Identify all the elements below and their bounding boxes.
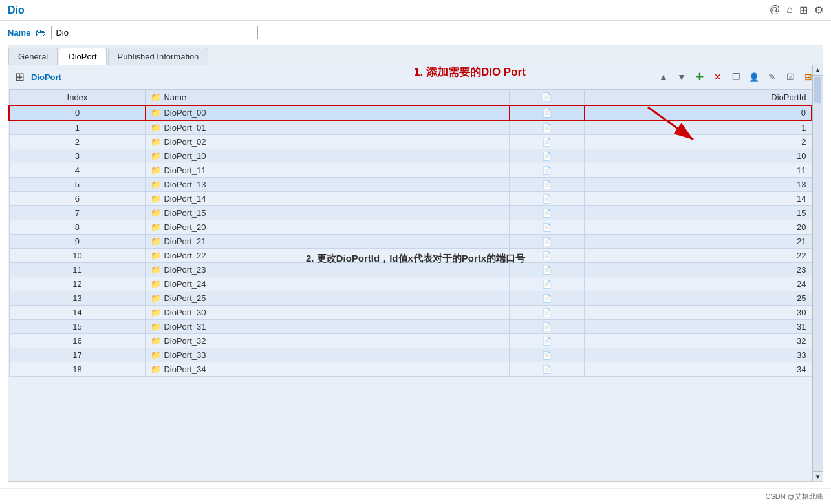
col-header-icon: 📄 xyxy=(509,90,584,106)
name-label: Name xyxy=(8,28,30,37)
table-row[interactable]: 12📁DioPort_24📄24 xyxy=(9,277,812,291)
cell-portid: 24 xyxy=(584,277,812,291)
user-button[interactable]: 👤 xyxy=(746,69,762,85)
copy-button[interactable]: ❐ xyxy=(728,69,744,85)
table-body: 0📁DioPort_00📄01📁DioPort_01📄12📁DioPort_02… xyxy=(9,105,812,377)
doc-icon: 📄 xyxy=(542,109,552,118)
add-button[interactable]: + xyxy=(692,69,707,85)
move-up-button[interactable]: ▲ xyxy=(656,69,671,85)
table-header-row: Index 📁Name 📄 DioPortId xyxy=(9,90,812,106)
doc-icon: 📄 xyxy=(542,337,552,346)
table-row[interactable]: 3📁DioPort_10📄10 xyxy=(9,149,812,163)
table-row[interactable]: 16📁DioPort_32📄32 xyxy=(9,334,812,348)
edit-button[interactable]: ✎ xyxy=(764,69,780,85)
cell-icon: 📄 xyxy=(509,105,584,120)
doc-icon: 📄 xyxy=(542,194,552,204)
folder-icon: 📁 xyxy=(151,137,161,147)
scroll-thumb[interactable] xyxy=(814,77,821,103)
main-content: General DioPort Published Information xyxy=(0,45,831,488)
cell-index: 12 xyxy=(9,277,146,291)
doc-icon: 📄 xyxy=(542,152,552,161)
cell-portid: 13 xyxy=(584,178,812,192)
table-row[interactable]: 17📁DioPort_33📄33 xyxy=(9,348,812,362)
table-row[interactable]: 0📁DioPort_00📄0 xyxy=(9,105,812,120)
cell-index: 15 xyxy=(9,320,146,334)
table-row[interactable]: 18📁DioPort_34📄34 xyxy=(9,362,812,377)
cell-index: 6 xyxy=(9,192,146,206)
cell-index: 8 xyxy=(9,220,146,235)
cell-icon: 📄 xyxy=(509,291,584,306)
cell-portid: 33 xyxy=(584,348,812,362)
scrollbar[interactable]: ▲ ▼ xyxy=(812,65,823,481)
folder-icon: 📁 xyxy=(151,279,161,289)
cell-index: 3 xyxy=(9,149,146,163)
settings-icon[interactable]: ⚙ xyxy=(814,4,823,16)
cell-index: 9 xyxy=(9,235,146,249)
cell-icon: 📄 xyxy=(509,163,584,178)
folder-icon: 📁 xyxy=(151,108,161,118)
cell-name: 📁DioPort_01 xyxy=(146,120,509,135)
cell-name: 📁DioPort_13 xyxy=(146,178,509,192)
cell-name: 📁DioPort_31 xyxy=(146,320,509,334)
tab-container: General DioPort Published Information xyxy=(8,45,823,482)
cell-icon: 📄 xyxy=(509,178,584,192)
name-input[interactable] xyxy=(51,26,258,39)
toolbar-icon-area: ▲ ▼ + ✕ ❐ 👤 ✎ ☑ ⊞ xyxy=(656,69,816,85)
table-wrapper: Index 📁Name 📄 DioPortId 0 xyxy=(8,89,823,481)
cell-icon: 📄 xyxy=(509,192,584,206)
cell-portid: 25 xyxy=(584,291,812,306)
doc-icon: 📄 xyxy=(542,351,552,360)
table-row[interactable]: 1📁DioPort_01📄1 xyxy=(9,120,812,135)
scroll-down-button[interactable]: ▼ xyxy=(813,471,823,481)
delete-button[interactable]: ✕ xyxy=(710,69,726,85)
grid-icon[interactable]: ⊞ xyxy=(799,4,808,16)
tab-published-information[interactable]: Published Information xyxy=(108,48,209,65)
table-row[interactable]: 4📁DioPort_11📄11 xyxy=(9,163,812,178)
folder-icon: 📁 xyxy=(151,364,161,374)
tab-dioport[interactable]: DioPort xyxy=(59,48,106,65)
cell-name: 📁DioPort_20 xyxy=(146,220,509,235)
cell-index: 18 xyxy=(9,362,146,377)
header: Dio @ ⌂ ⊞ ⚙ xyxy=(0,0,831,21)
table-row[interactable]: 6📁DioPort_14📄14 xyxy=(9,192,812,206)
at-icon[interactable]: @ xyxy=(770,4,780,16)
cell-name: 📁DioPort_14 xyxy=(146,192,509,206)
move-down-button[interactable]: ▼ xyxy=(674,69,689,85)
cell-icon: 📄 xyxy=(509,120,584,135)
doc-icon: 📄 xyxy=(542,251,552,260)
home-icon[interactable]: ⌂ xyxy=(786,4,793,16)
folder-icon: 📁 xyxy=(151,208,161,218)
table-row[interactable]: 9📁DioPort_21📄21 xyxy=(9,235,812,249)
table-row[interactable]: 15📁DioPort_31📄31 xyxy=(9,320,812,334)
table-row[interactable]: 8📁DioPort_20📄20 xyxy=(9,220,812,235)
table-row[interactable]: 2📁DioPort_02📄2 xyxy=(9,135,812,149)
doc-icon: 📄 xyxy=(542,322,552,331)
cell-name: 📁DioPort_11 xyxy=(146,163,509,178)
name-folder-icon: 🗁 xyxy=(36,27,46,39)
cell-index: 1 xyxy=(9,120,146,135)
table-row[interactable]: 14📁DioPort_30📄30 xyxy=(9,306,812,320)
toolbar-label: DioPort xyxy=(31,72,61,82)
cell-portid: 15 xyxy=(584,206,812,220)
tab-content: ⊞ DioPort ▲ ▼ + ✕ ❐ 👤 ✎ ☑ ⊞ xyxy=(8,65,823,481)
table-row[interactable]: 7📁DioPort_15📄15 xyxy=(9,206,812,220)
scroll-up-button[interactable]: ▲ xyxy=(813,65,823,76)
tab-general[interactable]: General xyxy=(8,48,58,65)
annotation-1: 1. 添加需要的DIO Port xyxy=(414,65,526,79)
cell-icon: 📄 xyxy=(509,306,584,320)
cell-index: 16 xyxy=(9,334,146,348)
folder-icon: 📁 xyxy=(151,350,161,360)
table-row[interactable]: 13📁DioPort_25📄25 xyxy=(9,291,812,306)
cell-portid: 31 xyxy=(584,320,812,334)
cell-portid: 23 xyxy=(584,263,812,277)
cell-index: 0 xyxy=(9,105,146,120)
header-icons: @ ⌂ ⊞ ⚙ xyxy=(770,4,823,16)
cell-name: 📁DioPort_21 xyxy=(146,235,509,249)
doc-icon: 📄 xyxy=(542,180,552,189)
table-row[interactable]: 5📁DioPort_13📄13 xyxy=(9,178,812,192)
folder-icon: 📁 xyxy=(151,180,161,189)
folder-icon: 📁 xyxy=(151,265,161,275)
cell-portid: 0 xyxy=(584,105,812,120)
check-button[interactable]: ☑ xyxy=(782,69,798,85)
cell-icon: 📄 xyxy=(509,135,584,149)
